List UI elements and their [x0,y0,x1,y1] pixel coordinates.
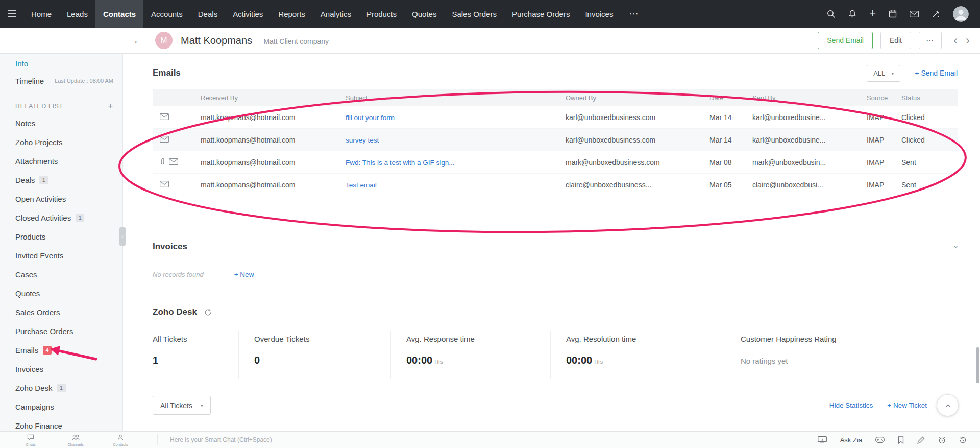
smart-chat-bar: Chats Channels Contacts Ask Zia [0,431,980,448]
calendar-icon[interactable] [889,10,897,18]
record-header: ← M Matt Koopmans - Matt Client company … [0,28,980,54]
new-invoice-link[interactable]: + New [234,271,254,278]
more-actions-button[interactable]: ⋯ [919,32,942,49]
search-icon[interactable] [827,10,836,18]
add-related-list-icon[interactable]: + [108,101,113,112]
sidebar-item-zoho-projects[interactable]: Zoho Projects [0,133,122,152]
email-source: IMAP [867,113,901,122]
company-name[interactable]: Matt Client company [263,37,329,45]
collapse-section-icon[interactable]: › [951,245,961,248]
add-icon[interactable]: + [869,8,876,19]
signature-icon[interactable] [917,436,925,444]
sidebar-item-timeline[interactable]: Timeline Last Update : 08:00 AM [0,72,122,89]
hamburger-menu-icon[interactable] [0,0,23,28]
record-actions: Send Email Edit ⋯ ‹ › [818,32,970,49]
notifications-icon[interactable] [848,10,856,18]
nav-item-leads[interactable]: Leads [59,0,95,28]
history-icon[interactable] [959,436,967,444]
emails-count-badge: 4 [43,346,52,355]
scroll-to-top-button[interactable]: › [937,394,959,416]
smart-chat-input[interactable] [170,436,818,443]
zoho-desk-section-title: Zoho Desk [153,307,197,317]
send-email-link[interactable]: + Send Email [915,69,958,77]
user-avatar[interactable] [953,6,969,22]
tools-icon[interactable] [932,10,940,18]
new-ticket-link[interactable]: + New Ticket [887,402,927,409]
sidebar-item-invited-events[interactable]: Invited Events [0,246,122,265]
nav-item-contacts[interactable]: Contacts [95,0,143,28]
send-email-button[interactable]: Send Email [818,32,873,49]
footer-contacts-button[interactable]: Contacts [98,433,143,447]
sidebar-item-products[interactable]: Products [0,227,122,246]
email-subject-link[interactable]: fill out your form [346,114,395,122]
sidebar-item-cases[interactable]: Cases [0,265,122,284]
sidebar-item-attachments[interactable]: Attachments [0,152,122,171]
sidebar-item-sales-orders[interactable]: Sales Orders [0,303,122,322]
email-status: Clicked [901,136,958,144]
nav-item-home[interactable]: Home [23,0,59,28]
sidebar-scroll-handle[interactable]: ‹ [119,227,126,246]
email-status: Sent [901,158,958,167]
sidebar-item-campaigns[interactable]: Campaigns [0,397,122,416]
nav-item-sales-orders[interactable]: Sales Orders [444,0,504,28]
top-navbar: Home Leads Contacts Accounts Deals Activ… [0,0,980,28]
envelope-icon [169,158,178,167]
back-arrow-icon[interactable]: ← [133,34,144,47]
tickets-filter-dropdown[interactable]: All Tickets ▾ [153,396,211,415]
sidebar-item-purchase-orders[interactable]: Purchase Orders [0,322,122,341]
footer-channels-button[interactable]: Channels [53,433,98,447]
email-subject-link[interactable]: survey test [346,136,379,144]
nav-item-purchase-orders[interactable]: Purchase Orders [504,0,577,28]
email-subject-link[interactable]: Test email [346,181,377,189]
sidebar-item-notes[interactable]: Notes [0,114,122,133]
closed-activities-count-badge: 1 [76,214,84,222]
nav-item-quotes[interactable]: Quotes [404,0,444,28]
mail-icon[interactable] [910,11,919,17]
envelope-icon [160,136,169,144]
emails-filter-dropdown[interactable]: ALL ▾ [867,65,900,82]
sidebar-item-deals[interactable]: Deals1 [0,171,122,190]
sidebar-item-info[interactable]: Info [0,55,122,72]
nav-item-analytics[interactable]: Analytics [313,0,359,28]
related-list-label: RELATED LIST [15,103,63,110]
feedback-icon[interactable] [898,436,904,444]
nav-item-invoices[interactable]: Invoices [577,0,621,28]
stat-happiness-value: No ratings yet [741,357,958,365]
sidebar-item-quotes[interactable]: Quotes [0,284,122,303]
email-row[interactable]: matt.koopmans@hotmail.com Test email cla… [153,174,958,196]
nav-item-deals[interactable]: Deals [190,0,225,28]
previous-record-icon[interactable]: ‹ [953,34,958,46]
contact-avatar[interactable]: M [155,32,173,49]
nav-more-icon[interactable]: ⋯ [621,0,646,28]
edit-button[interactable]: Edit [880,32,911,49]
nav-item-activities[interactable]: Activities [225,0,271,28]
refresh-icon[interactable] [204,309,212,316]
sidebar-item-invoices[interactable]: Invoices [0,360,122,379]
next-record-icon[interactable]: › [966,34,970,46]
email-row[interactable]: matt.koopmans@hotmail.com survey test ka… [153,129,958,151]
sidebar-item-zoho-desk[interactable]: Zoho Desk1 [0,379,122,397]
email-row[interactable]: matt.koopmans@hotmail.com Fwd: This is a… [153,151,958,174]
email-owned-by: claire@unboxedbusiness... [566,181,709,189]
stat-overdue-tickets-value: 0 [254,355,390,366]
emails-table-header: Received By Subject Owned By Date Sent B… [153,89,958,106]
screen-share-icon[interactable] [818,436,827,443]
invoices-section-title: Invoices [153,242,187,252]
sidebar-item-open-activities[interactable]: Open Activities [0,190,122,208]
vertical-scrollbar-thumb[interactable] [976,347,979,383]
nav-item-products[interactable]: Products [359,0,404,28]
hide-statistics-link[interactable]: Hide Statistics [829,402,873,409]
nav-item-accounts[interactable]: Accounts [143,0,190,28]
page-body: Info Timeline Last Update : 08:00 AM REL… [0,54,980,431]
reminder-icon[interactable] [938,436,946,444]
email-row[interactable]: matt.koopmans@hotmail.com fill out your … [153,106,958,129]
email-subject-link[interactable]: Fwd: This is a test with a GIF sign... [346,159,455,167]
sidebar-item-closed-activities[interactable]: Closed Activities1 [0,208,122,227]
chevron-up-icon: › [942,404,953,407]
sidebar-item-emails[interactable]: Emails4 [0,341,122,360]
footer-chats-button[interactable]: Chats [8,433,53,447]
nav-item-reports[interactable]: Reports [271,0,313,28]
email-sent-by: claire@unboxedbusi... [752,181,867,189]
games-icon[interactable] [875,437,885,443]
ask-zia-button[interactable]: Ask Zia [840,436,862,444]
